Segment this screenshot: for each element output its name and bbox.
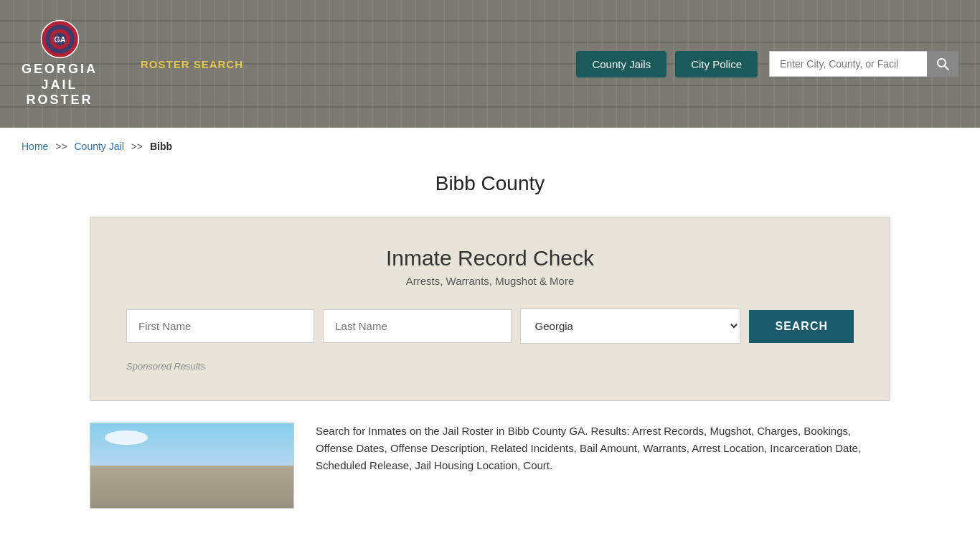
- breadcrumb-home-link[interactable]: Home: [22, 141, 48, 152]
- first-name-input[interactable]: [126, 309, 314, 343]
- svg-text:GA: GA: [54, 35, 66, 44]
- last-name-input[interactable]: [323, 309, 511, 343]
- inmate-form-row: AlabamaAlaskaArizonaArkansasCaliforniaCo…: [126, 309, 854, 344]
- breadcrumb-sep2: >>: [131, 141, 143, 152]
- county-jails-button[interactable]: County Jails: [576, 51, 666, 77]
- site-logo[interactable]: GA GEORGIA JAIL ROSTER: [22, 19, 98, 108]
- inmate-record-subtitle: Arrests, Warrants, Mugshot & More: [126, 275, 854, 287]
- header-search-button[interactable]: [927, 51, 958, 77]
- state-select[interactable]: AlabamaAlaskaArizonaArkansasCaliforniaCo…: [520, 309, 741, 344]
- logo-text-roster: ROSTER: [27, 93, 93, 108]
- inmate-search-button[interactable]: SEARCH: [749, 310, 854, 343]
- city-police-button[interactable]: City Police: [675, 51, 758, 77]
- page-title: Bibb County: [0, 172, 980, 195]
- bottom-description: Search for Inmates on the Jail Roster in…: [316, 423, 890, 474]
- header-search-input[interactable]: [769, 51, 927, 77]
- nav-buttons: County Jails City Police: [576, 51, 758, 77]
- georgia-state-seal-icon: GA: [40, 19, 80, 59]
- roster-search-link[interactable]: ROSTER SEARCH: [141, 58, 243, 70]
- breadcrumb: Home >> County Jail >> Bibb: [0, 128, 980, 165]
- image-clouds: [105, 430, 148, 445]
- inmate-record-section: Inmate Record Check Arrests, Warrants, M…: [90, 217, 890, 401]
- svg-line-6: [945, 66, 949, 70]
- header-search-area: [769, 51, 958, 77]
- breadcrumb-current: Bibb: [150, 141, 172, 152]
- page-title-section: Bibb County: [0, 165, 980, 217]
- nav-area: ROSTER SEARCH County Jails City Police: [141, 51, 958, 77]
- search-icon: [936, 57, 949, 70]
- site-header: GA GEORGIA JAIL ROSTER ROSTER SEARCH Cou…: [0, 0, 980, 128]
- image-building: [90, 466, 293, 508]
- logo-text-georgia: GEORGIA: [22, 62, 98, 77]
- county-jail-image: [90, 423, 294, 509]
- breadcrumb-county-jail-link[interactable]: County Jail: [75, 141, 124, 152]
- bottom-section: Search for Inmates on the Jail Roster in…: [0, 401, 980, 530]
- inmate-record-title: Inmate Record Check: [126, 246, 854, 270]
- breadcrumb-sep1: >>: [55, 141, 67, 152]
- logo-text-jail: JAIL: [42, 77, 78, 93]
- sponsored-results-label: Sponsored Results: [126, 361, 854, 372]
